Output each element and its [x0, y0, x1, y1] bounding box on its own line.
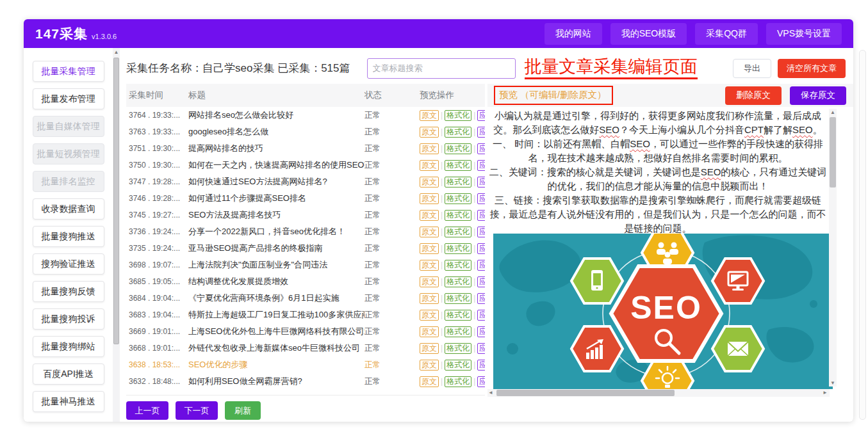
- action-original[interactable]: 原文: [420, 110, 439, 121]
- action-original[interactable]: 原文: [420, 177, 439, 188]
- action-apply[interactable]: 应用模: [477, 227, 485, 237]
- top-menu-item[interactable]: 我的网站: [545, 23, 602, 45]
- sidebar-item[interactable]: 批量搜狗推送: [33, 226, 104, 247]
- table-row[interactable]: 3632 . 18:48:...如何利用SEO做全网霸屏营销?正常原文|格式化|…: [126, 373, 485, 390]
- action-format[interactable]: 格式化: [445, 376, 471, 387]
- action-apply[interactable]: 应用模: [477, 260, 485, 271]
- action-apply[interactable]: 应用模: [477, 193, 485, 204]
- action-apply[interactable]: 应用模: [477, 127, 485, 138]
- action-apply[interactable]: 应用模: [477, 360, 485, 371]
- table-row[interactable]: 3735 . 19:24:...亚马逊SEO提高产品排名的终极指南正常原文|格式…: [126, 240, 485, 257]
- preview-v-scrollbar[interactable]: ▲ ▼: [829, 109, 837, 387]
- sidebar-scroll-thumb[interactable]: [113, 58, 119, 344]
- action-original[interactable]: 原文: [420, 193, 439, 204]
- sidebar-item[interactable]: 批量搜狗投诉: [33, 308, 104, 330]
- delete-original-button[interactable]: 删除原文: [725, 86, 782, 105]
- sidebar-item[interactable]: 批量采集管理: [33, 61, 104, 82]
- action-format[interactable]: 格式化: [445, 276, 471, 287]
- sidebar-item[interactable]: 批量搜狗反馈: [33, 281, 104, 302]
- scroll-left-icon[interactable]: ◄: [488, 390, 493, 395]
- action-format[interactable]: 格式化: [445, 160, 471, 171]
- sidebar-item[interactable]: 批量神马推送: [33, 391, 104, 412]
- action-original[interactable]: 原文: [420, 143, 439, 154]
- action-apply[interactable]: 应用模: [477, 143, 485, 154]
- action-apply[interactable]: 应用模: [477, 177, 485, 188]
- action-format[interactable]: 格式化: [445, 310, 471, 321]
- scroll-right-icon[interactable]: ►: [823, 390, 828, 395]
- table-row[interactable]: 3746 . 19:28:...如何通过11个步骤提高SEO排名正常原文|格式化…: [126, 190, 485, 207]
- action-apply[interactable]: 应用模: [477, 343, 485, 354]
- sidebar-scrollbar[interactable]: ▲: [113, 48, 120, 422]
- next-page-button[interactable]: 下一页: [176, 401, 218, 420]
- refresh-button[interactable]: 刷新: [225, 401, 261, 420]
- preview-v-scroll-thumb[interactable]: [830, 117, 836, 188]
- action-format[interactable]: 格式化: [445, 260, 471, 271]
- action-original[interactable]: 原文: [420, 127, 439, 138]
- action-format[interactable]: 格式化: [445, 343, 471, 354]
- action-format[interactable]: 格式化: [445, 143, 471, 154]
- prev-page-button[interactable]: 上一页: [126, 401, 168, 420]
- action-format[interactable]: 格式化: [445, 293, 471, 304]
- top-menu-item[interactable]: 我的SEO模版: [610, 23, 687, 45]
- sidebar-item[interactable]: 搜狗验证推送: [33, 253, 104, 275]
- action-format[interactable]: 格式化: [445, 210, 471, 221]
- action-format[interactable]: 格式化: [445, 360, 471, 371]
- table-row[interactable]: 3745 . 19:27:...SEO方法及提高排名技巧正常原文|格式化|应用模: [126, 207, 485, 223]
- save-original-button[interactable]: 保存原文: [790, 86, 846, 105]
- action-original[interactable]: 原文: [420, 326, 439, 337]
- table-row[interactable]: 3669 . 19:01:...上海SEO优化外包上海牛巨微网络科技有限公司站群…: [126, 323, 485, 340]
- action-apply[interactable]: 应用模: [477, 210, 485, 221]
- action-original[interactable]: 原文: [420, 227, 439, 237]
- action-original[interactable]: 原文: [420, 360, 439, 371]
- action-original[interactable]: 原文: [420, 310, 439, 321]
- table-row[interactable]: 3751 . 19:30:...提高网站排名的技巧正常原文|格式化|应用模: [126, 140, 485, 157]
- action-apply[interactable]: 应用模: [477, 243, 485, 254]
- action-original[interactable]: 原文: [420, 243, 439, 254]
- scroll-up-icon[interactable]: ▲: [113, 49, 120, 55]
- action-apply[interactable]: 应用模: [477, 160, 485, 171]
- page-scrollbar[interactable]: [859, 50, 866, 420]
- action-apply[interactable]: 应用模: [477, 110, 485, 121]
- export-button[interactable]: 导出: [733, 59, 771, 78]
- sidebar-item[interactable]: 百度API推送: [33, 363, 104, 385]
- action-format[interactable]: 格式化: [445, 177, 471, 188]
- action-format[interactable]: 格式化: [445, 243, 471, 254]
- table-row[interactable]: 3638 . 18:53:...SEO优化的步骤正常原文|格式化|应用模: [126, 356, 485, 373]
- table-row[interactable]: 3684 . 19:04:...《宁夏优化营商环境条例》6月1日起实施正常原文|…: [126, 290, 485, 307]
- table-row[interactable]: 3683 . 19:04:...特斯拉上海超级工厂19日复工推动100多家供应商…: [126, 307, 485, 323]
- scroll-up-icon[interactable]: ▲: [829, 109, 837, 115]
- action-original[interactable]: 原文: [420, 376, 439, 387]
- preview-h-scroll-thumb[interactable]: [496, 390, 675, 396]
- table-row[interactable]: 3763 . 19:33:...googleseo排名怎么做正常原文|格式化|应…: [126, 124, 485, 140]
- top-menu-item[interactable]: VPS拨号设置: [766, 23, 842, 45]
- action-format[interactable]: 格式化: [445, 227, 471, 237]
- table-row[interactable]: 3764 . 19:33:...网站排名seo怎么做会比较好正常原文|格式化|应…: [126, 107, 485, 124]
- action-format[interactable]: 格式化: [445, 110, 471, 121]
- table-row[interactable]: 3747 . 19:28:...如何快速通过SEO方法提高网站排名?正常原文|格…: [126, 173, 485, 190]
- action-apply[interactable]: 应用模: [477, 276, 485, 287]
- action-format[interactable]: 格式化: [445, 193, 471, 204]
- sidebar-item[interactable]: 批量搜狗绑站: [33, 336, 104, 357]
- action-format[interactable]: 格式化: [445, 326, 471, 337]
- action-apply[interactable]: 应用模: [477, 326, 485, 337]
- action-original[interactable]: 原文: [420, 210, 439, 221]
- table-row[interactable]: 3668 . 19:01:...外链代发包收录上海新媒体seo牛巨微科技公司正常…: [126, 340, 485, 356]
- action-original[interactable]: 原文: [420, 160, 439, 171]
- scroll-down-icon[interactable]: ▼: [829, 380, 837, 386]
- table-row[interactable]: 3736 . 19:24:...分享一个2022新风口，抖音seo优化排名！正常…: [126, 223, 485, 240]
- action-apply[interactable]: 应用模: [477, 293, 485, 304]
- table-row[interactable]: 3685 . 19:05:...结构调整优化发展提质增效正常原文|格式化|应用模: [126, 273, 485, 290]
- search-input[interactable]: [367, 58, 516, 79]
- action-format[interactable]: 格式化: [445, 127, 471, 138]
- action-apply[interactable]: 应用模: [477, 310, 485, 321]
- action-original[interactable]: 原文: [420, 276, 439, 287]
- sidebar-item[interactable]: 收录数据查询: [33, 198, 104, 219]
- table-row[interactable]: 3750 . 19:30:...如何在一天之内，快速提高网站排名的使用SEO技巧…: [126, 157, 485, 173]
- action-apply[interactable]: 应用模: [477, 376, 485, 387]
- action-original[interactable]: 原文: [420, 260, 439, 271]
- sidebar-item[interactable]: 批量发布管理: [33, 88, 104, 109]
- table-row[interactable]: 3698 . 19:07:...上海法院判决"负面压制业务"合同违法正常原文|格…: [126, 257, 485, 273]
- preview-h-scrollbar[interactable]: ◄ ►: [487, 389, 830, 397]
- clear-all-button[interactable]: 清空所有文章: [778, 59, 846, 78]
- action-original[interactable]: 原文: [420, 293, 439, 304]
